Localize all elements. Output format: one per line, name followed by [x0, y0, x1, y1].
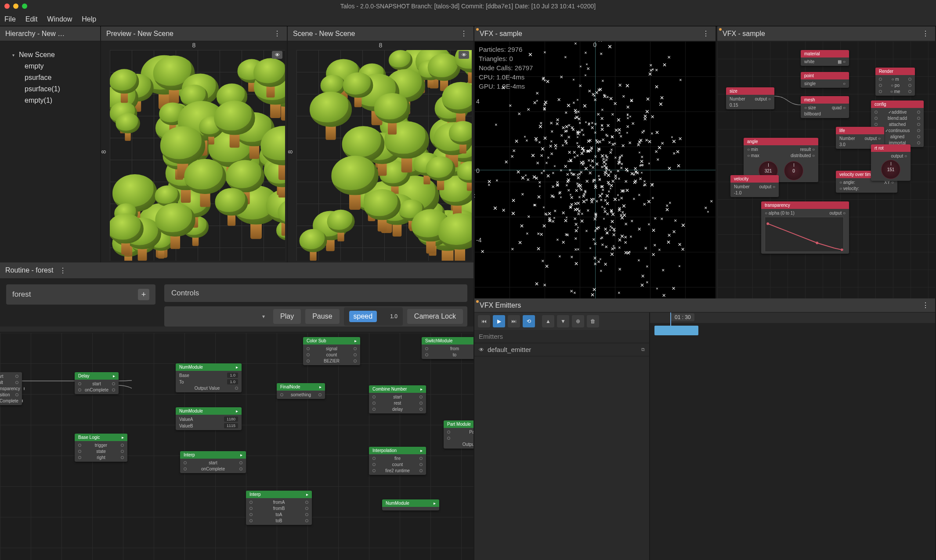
routine-panel: Routine - forest ⋮ forest + Controls ▾ P…: [0, 262, 474, 560]
dropdown-caret-icon[interactable]: ▾: [258, 313, 269, 319]
graph-node[interactable]: SwitchModule▸fromto: [422, 337, 473, 359]
menu-help[interactable]: Help: [82, 15, 96, 23]
vfx-node-graph[interactable]: materialwhite▦ ○pointsingle○sizeNumberou…: [717, 41, 935, 298]
visibility-toggle-icon[interactable]: [459, 51, 469, 59]
scene-tab-label: Scene - New Scene: [293, 30, 355, 38]
time-value: 01 : 30: [675, 314, 691, 320]
time-marker[interactable]: 01 : 30: [671, 313, 694, 321]
graph-node[interactable]: Base Logic▸triggerstateright: [75, 434, 127, 462]
graph-node[interactable]: NumModule▸Base1.0To1.0Output Value: [176, 363, 242, 392]
scene-panel: Scene - New Scene ⋮ 8 8: [288, 26, 474, 262]
graph-node[interactable]: Combine Number▸startrestdelay: [369, 385, 426, 413]
graph-node[interactable]: NumModule▸: [382, 499, 439, 510]
vfx-node[interactable]: materialwhite▦ ○: [801, 50, 849, 66]
delete-emitter-button[interactable]: 🗑: [587, 315, 599, 327]
graph-node[interactable]: Color Sub▸signalcountBEZIER: [303, 337, 360, 365]
tree-item[interactable]: psurface: [4, 72, 97, 83]
vfx-node[interactable]: sizeNumberoutput ○0.15: [726, 87, 774, 109]
kebab-menu-icon[interactable]: ⋮: [459, 29, 468, 38]
vfx-ruler-y4: 4: [476, 98, 480, 105]
graph-node[interactable]: NumModule▸ValueA1180ValueB1115: [176, 407, 242, 430]
hierarchy-panel: Hierarchy - New … New Scene empty psurfa…: [0, 26, 101, 262]
routine-toolbar: forest + Controls ▾ Play Pause speed 1.0…: [0, 278, 473, 327]
pause-button[interactable]: Pause: [305, 309, 339, 324]
kebab-menu-icon[interactable]: ⋮: [273, 29, 282, 38]
play-button[interactable]: ▶: [493, 315, 505, 327]
visibility-toggle-icon[interactable]: [272, 51, 282, 59]
scene-content[interactable]: [296, 50, 472, 261]
graph-node[interactable]: Interp▸startonComplete: [180, 451, 246, 473]
move-down-button[interactable]: ▼: [557, 315, 569, 327]
vfx-viewport[interactable]: 0 4 0 -4 Particles: 2976 Triangles: 0 No…: [474, 41, 716, 298]
preview-content[interactable]: [110, 50, 285, 261]
add-emitter-button[interactable]: ⊕: [572, 315, 584, 327]
timeline[interactable]: 01 : 30: [650, 312, 935, 560]
kebab-menu-icon[interactable]: ⋮: [921, 301, 930, 309]
menu-file[interactable]: File: [4, 15, 16, 23]
emitters-toolbar: ⏮ ▶ ⏭ ⟲ ▲ ▼ ⊕ 🗑: [474, 312, 649, 330]
timeline-ruler[interactable]: 01 : 30: [650, 312, 935, 323]
ruler-x: 8: [288, 41, 473, 49]
stat-triangles: Triangles: 0: [479, 54, 533, 63]
vfx-node[interactable]: mesh○ sizequad ○billboard: [801, 96, 849, 118]
kebab-menu-icon[interactable]: ⋮: [701, 29, 710, 38]
vfx-nodes-panel: VFX - sample ⋮ materialwhite▦ ○pointsing…: [716, 26, 936, 298]
graph-node[interactable]: Part Module▸Particle0.0Output Value: [444, 420, 473, 449]
emitters-list-header: Emitters: [474, 330, 649, 343]
vfx-emitters-tab-label: VFX Emitters: [480, 302, 521, 309]
minimize-window-button[interactable]: [13, 4, 18, 9]
routine-tab[interactable]: Routine - forest ⋮: [0, 262, 473, 278]
vfx-emitters-tab[interactable]: VFX Emitters ⋮: [474, 298, 935, 312]
camera-lock-button[interactable]: Camera Lock: [407, 309, 463, 324]
vfx-node[interactable]: transparency○ alpha (0 to 1)output ○: [761, 201, 849, 254]
routine-selector[interactable]: forest +: [6, 284, 155, 305]
graph-node[interactable]: FinalNode▸something: [277, 383, 325, 399]
hierarchy-tree: New Scene empty psurface psurface(1) emp…: [0, 41, 100, 114]
maximize-window-button[interactable]: [22, 4, 27, 9]
hierarchy-tab-label: Hierarchy - New …: [5, 30, 65, 38]
skip-start-button[interactable]: ⏮: [478, 315, 490, 327]
tree-item[interactable]: empty(1): [4, 95, 97, 106]
tree-item[interactable]: psurface(1): [4, 83, 97, 95]
vfx-viewport-tab[interactable]: VFX - sample ⋮: [474, 26, 716, 41]
vfx-node[interactable]: Render○ m○ po○ me: [875, 68, 915, 96]
routine-node-graph[interactable]: startmulttransparencypositiononCompleteD…: [0, 332, 473, 560]
emitter-name: default_emitter: [488, 346, 531, 353]
hierarchy-tab[interactable]: Hierarchy - New …: [0, 26, 100, 41]
loop-button[interactable]: ⟲: [523, 315, 535, 327]
preview-tab-label: Preview - New Scene: [106, 30, 173, 38]
emitter-track[interactable]: [654, 326, 698, 335]
stat-particles: Particles: 2976: [479, 45, 533, 54]
skip-end-button[interactable]: ⏭: [508, 315, 520, 327]
kebab-menu-icon[interactable]: ⋮: [921, 29, 930, 38]
emitter-row[interactable]: 👁 default_emitter ⧉: [474, 343, 649, 356]
svg-point-2: [841, 248, 843, 251]
tree-item[interactable]: empty: [4, 61, 97, 72]
graph-node[interactable]: startmulttransparencypositiononComplete: [0, 372, 22, 405]
vfx-node[interactable]: rt rot output ○151: [871, 144, 911, 181]
svg-point-0: [766, 223, 769, 225]
vfx-nodes-tab[interactable]: VFX - sample ⋮: [717, 26, 935, 41]
menu-edit[interactable]: Edit: [25, 15, 38, 23]
add-routine-button[interactable]: +: [138, 289, 149, 300]
tree-root[interactable]: New Scene: [4, 49, 97, 61]
vfx-node[interactable]: pointsingle○: [801, 72, 849, 88]
graph-node[interactable]: Interpolation▸firecountfire2 runtime: [369, 447, 426, 475]
graph-node[interactable]: Interp▸fromAfromBtoAtoB: [246, 491, 312, 525]
vfx-viewport-panel: VFX - sample ⋮ 0 4 0 -4 Particles: 2976 …: [474, 26, 716, 298]
kebab-menu-icon[interactable]: ⋮: [59, 266, 66, 275]
graph-node[interactable]: Delay▸startonComplete: [75, 372, 119, 394]
vfx-viewport-tab-label: VFX - sample: [480, 30, 522, 38]
speed-field[interactable]: speed 1.0: [344, 307, 403, 326]
visibility-icon[interactable]: 👁: [479, 347, 484, 353]
routine-name: forest: [12, 290, 31, 299]
play-button[interactable]: Play: [273, 309, 301, 324]
ruler-y: 8: [101, 150, 107, 154]
preview-tab[interactable]: Preview - New Scene ⋮: [101, 26, 287, 41]
scene-tab[interactable]: Scene - New Scene ⋮: [288, 26, 473, 41]
menu-window[interactable]: Window: [47, 15, 72, 23]
move-up-button[interactable]: ▲: [542, 315, 554, 327]
vfx-node[interactable]: velocityNumberoutput ○-1.0: [730, 175, 779, 197]
close-window-button[interactable]: [4, 4, 10, 9]
copy-icon[interactable]: ⧉: [641, 347, 645, 352]
